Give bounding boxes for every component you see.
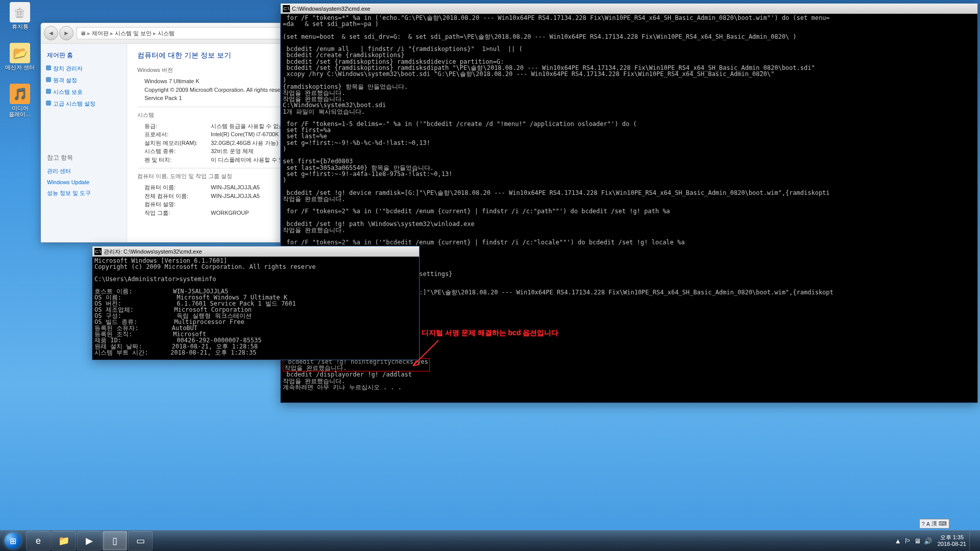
row-value: WORKGROUP [211, 209, 249, 217]
row-value: WIN-JSALJOJJLA5 [211, 183, 260, 192]
taskbar-button-explorer[interactable]: 📁 [52, 531, 76, 550]
icon-label: 휴지통 [12, 23, 29, 30]
cmd-output: Microsoft Windows [Version 6.1.7601] Cop… [92, 257, 419, 357]
row-value: WIN-JSALJOJJLA5 [211, 192, 260, 201]
tray-show-hidden[interactable]: ▲ [895, 537, 901, 545]
cmd-title-text: 관리자: C:\Windows\system32\cmd.exe [104, 248, 202, 256]
ime-mode-a[interactable]: A [926, 521, 930, 527]
cmd-title-text: C:\Windows\system32\cmd.exe [292, 6, 370, 12]
cmd-titlebar[interactable]: C:\ C:\Windows\system32\cmd.exe [281, 4, 977, 14]
system-tray: ▲ 🏳 🖥 🔊 오후 1:35 2018-08-21 [890, 531, 980, 550]
ime-hanja[interactable]: 漢 [932, 520, 937, 528]
nav-back-button[interactable]: ◄ [44, 26, 58, 40]
desktop-icon-recycle-bin[interactable]: 🗑 휴지통 [2, 2, 38, 41]
cmd-titlebar[interactable]: C:\ 관리자: C:\Windows\system32\cmd.exe [92, 246, 419, 257]
desktop-icon-action-center[interactable]: 📂 메신저 센터 [2, 43, 38, 82]
icon-label: 메신저 센터 [5, 64, 35, 70]
row-key: 컴퓨터 설명: [144, 200, 211, 209]
tray-volume-icon[interactable]: 🔊 [924, 537, 932, 545]
breadcrumb-1[interactable]: 제어판 [92, 30, 109, 37]
nav-forward-button[interactable]: ► [59, 26, 74, 40]
row-key: 펜 및 터치: [144, 156, 211, 164]
sidebar-link-advanced[interactable]: 고급 시스템 설정 [43, 98, 125, 110]
ime-help[interactable]: ? [922, 521, 925, 527]
windows-logo-icon: ⊞ [10, 536, 16, 546]
row-value: 32비트 운영 체제 [211, 147, 254, 156]
taskbar-button-ie[interactable]: e [26, 531, 51, 550]
sidebar-link-device-manager[interactable]: 장치 관리자 [43, 63, 125, 74]
start-button[interactable]: ⊞ [1, 532, 24, 550]
action-center-icon: 📂 [10, 43, 30, 63]
sidebar-title: 제어판 홈 [43, 48, 125, 63]
taskbar-button-window[interactable]: ▭ [128, 531, 153, 550]
row-value: 32.0GB(2.46GB 사용 가능) [211, 139, 278, 147]
media-player-icon: 🎵 [10, 84, 30, 104]
row-key: 프로세서: [144, 130, 211, 139]
taskbar-button-cmd[interactable]: ▯ [103, 531, 127, 550]
seealso-title: 참고 항목 [43, 151, 125, 165]
show-desktop-button[interactable] [969, 531, 977, 550]
row-key: 컴퓨터 이름: [144, 183, 211, 192]
tray-flag-icon[interactable]: 🏳 [904, 537, 911, 545]
row-key: 작업 그룹: [144, 209, 211, 217]
taskbar-clock[interactable]: 오후 1:35 2018-08-21 [938, 534, 966, 547]
breadcrumb-2[interactable]: 시스템 및 보안 [115, 30, 152, 37]
row-key: 등급: [144, 122, 211, 131]
seealso-action-center[interactable]: 관리 센터 [43, 165, 125, 177]
cmd-window-systeminfo[interactable]: C:\ 관리자: C:\Windows\system32\cmd.exe Mic… [92, 246, 420, 360]
seealso-performance[interactable]: 성능 정보 및 도구 [43, 187, 125, 199]
tray-display-icon[interactable]: 🖥 [914, 537, 921, 545]
desktop-icon-media-player[interactable]: 🎵 미디어 플레이… [2, 84, 38, 122]
cmd-icon: C:\ [94, 248, 102, 255]
sidebar: 제어판 홈 장치 관리자 원격 설정 시스템 보호 고급 시스템 설정 참고 항… [41, 44, 127, 243]
seealso-windows-update[interactable]: Windows Update [43, 177, 125, 187]
cmd-icon: C:\ [283, 5, 290, 12]
row-key: 전체 컴퓨터 이름: [144, 192, 211, 201]
sidebar-link-protection[interactable]: 시스템 보호 [43, 86, 125, 98]
breadcrumb-3[interactable]: 시스템 [158, 30, 175, 37]
icon-label: 미디어 플레이… [9, 105, 31, 117]
clock-time: 오후 1:35 [938, 534, 966, 541]
recycle-bin-icon: 🗑 [10, 2, 30, 22]
taskbar-button-wmp[interactable]: ▶ [77, 531, 102, 550]
row-key: 설치된 메모리(RAM): [144, 139, 211, 147]
ime-toolbar[interactable]: ? A 漢 ⌨ [919, 519, 949, 529]
clock-date: 2018-08-21 [938, 541, 966, 547]
row-key: 시스템 종류: [144, 147, 211, 156]
ime-keyboard-icon[interactable]: ⌨ [939, 520, 947, 527]
sidebar-link-remote[interactable]: 원격 설정 [43, 74, 125, 86]
breadcrumb-icon: 🖥 [80, 30, 86, 36]
taskbar: ⊞ e📁▶▯▭ ▲ 🏳 🖥 🔊 오후 1:35 2018-08-21 [0, 530, 980, 551]
